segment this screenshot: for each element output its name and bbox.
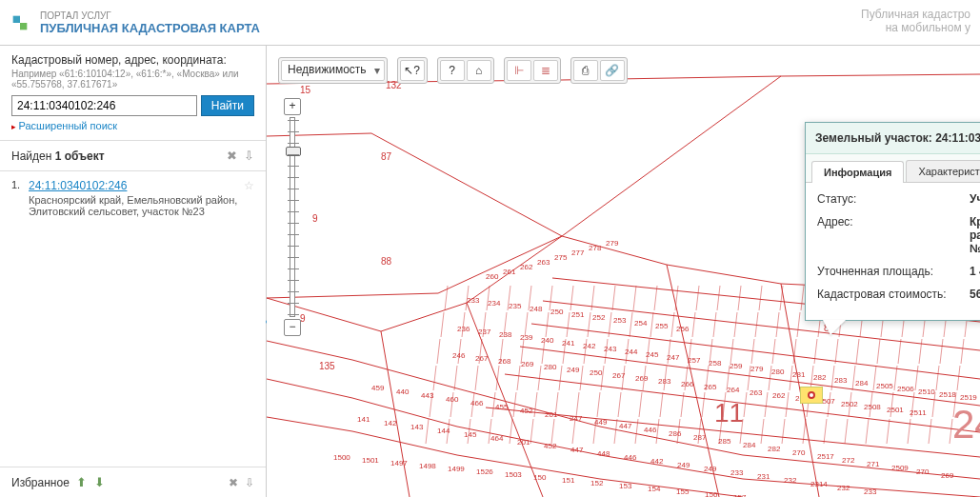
svg-line-18 bbox=[801, 286, 804, 310]
svg-text:452: 452 bbox=[520, 407, 533, 415]
link-icon[interactable]: 🔗 bbox=[600, 60, 625, 81]
svg-text:151: 151 bbox=[562, 476, 575, 485]
svg-text:251: 251 bbox=[571, 310, 585, 319]
export-icon[interactable]: ⇩ bbox=[244, 149, 254, 163]
svg-text:260: 260 bbox=[486, 272, 499, 281]
result-link[interactable]: 24:11:0340102:246 bbox=[29, 179, 127, 192]
result-item[interactable]: 1. 24:11:0340102:246 Красноярский край, … bbox=[0, 171, 266, 225]
search-button[interactable]: Найти bbox=[201, 95, 254, 116]
map-canvas[interactable]: Недвижимость ↖? ? ⌂ ⊩ ≣ ⎙ 🔗 + − bbox=[267, 46, 980, 497]
svg-text:247: 247 bbox=[667, 353, 680, 362]
svg-line-40 bbox=[713, 312, 716, 337]
svg-text:1498: 1498 bbox=[419, 462, 436, 470]
svg-text:269: 269 bbox=[635, 374, 649, 383]
popup-tabs: Информация Характеристики Кто обслуживае… bbox=[806, 154, 980, 183]
svg-text:2511: 2511 bbox=[910, 408, 927, 417]
svg-line-116 bbox=[660, 392, 663, 417]
help-icon[interactable]: ? bbox=[440, 60, 465, 81]
zoom-in-button[interactable]: + bbox=[284, 98, 301, 115]
svg-text:258: 258 bbox=[709, 359, 722, 368]
svg-line-73 bbox=[856, 339, 859, 364]
svg-text:141: 141 bbox=[357, 415, 370, 424]
clear-icon[interactable]: ✖ bbox=[227, 149, 237, 163]
svg-line-71 bbox=[814, 339, 817, 364]
zoom-control: + − bbox=[284, 98, 301, 336]
app-header: ПОРТАЛ УСЛУГ ПУБЛИЧНАЯ КАДАСТРОВАЯ КАРТА… bbox=[0, 0, 980, 46]
search-label: Кадастровый номер, адрес, координата: bbox=[11, 53, 254, 67]
home-icon[interactable]: ⌂ bbox=[467, 60, 491, 81]
svg-text:2509: 2509 bbox=[891, 464, 909, 472]
svg-text:464: 464 bbox=[490, 434, 504, 443]
svg-text:271: 271 bbox=[867, 460, 880, 468]
fav-expand-icon[interactable]: ⇩ bbox=[245, 476, 254, 489]
svg-line-103 bbox=[936, 366, 939, 390]
svg-text:150: 150 bbox=[533, 473, 547, 482]
svg-line-34 bbox=[588, 312, 590, 337]
svg-text:9: 9 bbox=[312, 213, 318, 224]
marker-dot-icon bbox=[808, 391, 815, 399]
svg-line-43 bbox=[776, 312, 779, 337]
svg-line-120 bbox=[744, 392, 747, 417]
svg-text:255: 255 bbox=[655, 322, 669, 330]
svg-text:253: 253 bbox=[613, 316, 627, 325]
svg-text:2508: 2508 bbox=[864, 403, 881, 411]
svg-text:2502: 2502 bbox=[841, 400, 858, 408]
selected-parcel-marker[interactable] bbox=[800, 387, 823, 404]
svg-text:270: 270 bbox=[792, 448, 806, 457]
chart-icon[interactable]: ≣ bbox=[533, 60, 558, 81]
search-input[interactable] bbox=[11, 95, 197, 116]
svg-line-137 bbox=[551, 419, 554, 444]
svg-text:277: 277 bbox=[571, 248, 585, 257]
svg-text:286: 286 bbox=[669, 429, 682, 438]
zoom-out-button[interactable]: − bbox=[284, 319, 301, 336]
svg-text:287: 287 bbox=[693, 433, 707, 442]
layer-select[interactable]: Недвижимость bbox=[281, 60, 385, 81]
svg-text:256: 256 bbox=[676, 325, 690, 333]
zoom-track[interactable] bbox=[290, 117, 295, 317]
svg-line-86 bbox=[580, 366, 583, 390]
svg-text:261: 261 bbox=[503, 268, 516, 276]
favorite-star-icon[interactable]: ☆ bbox=[244, 179, 254, 192]
svg-line-9 bbox=[612, 286, 615, 310]
svg-text:263: 263 bbox=[537, 258, 550, 267]
svg-text:232: 232 bbox=[784, 476, 797, 485]
svg-line-155 bbox=[929, 419, 931, 444]
svg-text:233: 233 bbox=[467, 296, 480, 305]
svg-text:265: 265 bbox=[704, 383, 717, 391]
tab-characteristics[interactable]: Характеристики bbox=[906, 160, 980, 182]
svg-text:448: 448 bbox=[597, 449, 610, 458]
svg-text:145: 145 bbox=[464, 430, 477, 439]
print-icon[interactable]: ⎙ bbox=[573, 60, 598, 81]
svg-line-110 bbox=[534, 392, 537, 417]
svg-text:455: 455 bbox=[495, 403, 509, 411]
popup-tail bbox=[823, 320, 846, 335]
excel-import-icon[interactable]: ⬆ bbox=[76, 475, 87, 489]
svg-line-41 bbox=[734, 312, 737, 337]
fav-clear-icon[interactable]: ✖ bbox=[229, 476, 238, 489]
svg-text:284: 284 bbox=[743, 441, 756, 449]
svg-text:442: 442 bbox=[650, 457, 664, 466]
excel-export-icon[interactable]: ⬇ bbox=[94, 475, 105, 489]
svg-text:280: 280 bbox=[771, 368, 785, 376]
svg-text:1526: 1526 bbox=[476, 467, 493, 476]
advanced-search-link[interactable]: Расширенный поиск bbox=[11, 120, 117, 131]
measure-icon[interactable]: ⊩ bbox=[507, 60, 531, 81]
svg-text:245: 245 bbox=[646, 350, 659, 359]
pointer-tool-icon[interactable]: ↖? bbox=[400, 60, 425, 81]
svg-line-53 bbox=[437, 339, 440, 364]
svg-line-39 bbox=[692, 312, 695, 337]
svg-text:447: 447 bbox=[570, 446, 584, 454]
svg-line-37 bbox=[650, 312, 653, 337]
svg-line-36 bbox=[630, 312, 632, 337]
tab-info[interactable]: Информация bbox=[811, 161, 904, 183]
svg-text:257: 257 bbox=[688, 356, 701, 365]
svg-line-79 bbox=[433, 366, 436, 390]
svg-text:284: 284 bbox=[855, 379, 869, 388]
svg-text:270: 270 bbox=[916, 467, 930, 476]
svg-line-114 bbox=[618, 392, 621, 417]
svg-text:201: 201 bbox=[545, 410, 558, 419]
svg-text:237: 237 bbox=[478, 328, 491, 336]
svg-text:250: 250 bbox=[550, 308, 564, 316]
svg-line-75 bbox=[898, 339, 901, 364]
svg-text:238: 238 bbox=[499, 330, 512, 339]
